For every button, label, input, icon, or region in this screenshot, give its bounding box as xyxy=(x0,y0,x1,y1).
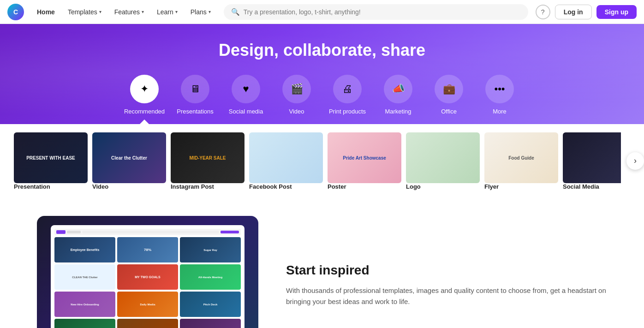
template-card-poster[interactable]: Pride Art Showcase Poster xyxy=(324,124,402,197)
category-item-social-media[interactable]: ♥ Social media xyxy=(221,75,271,124)
laptop-cell: 78% xyxy=(117,237,178,262)
help-button[interactable]: ? xyxy=(536,5,550,19)
inspired-desc: With thousands of professional templates… xyxy=(286,285,607,307)
category-label-presentations: Presentations xyxy=(177,108,214,115)
chevron-down-icon: ▾ xyxy=(209,9,211,14)
category-label-print-products: Print products xyxy=(329,108,366,115)
search-icon: 🔍 xyxy=(231,8,240,16)
category-icon-print-products: 🖨 xyxy=(333,75,362,103)
laptop-cell: CLEAN THE Clutter xyxy=(54,264,115,290)
category-icon-presentations: 🖥 xyxy=(181,75,209,103)
template-card-logo[interactable]: Logo xyxy=(402,124,481,197)
chevron-down-icon: ▾ xyxy=(175,9,178,14)
template-label: Facebook Post xyxy=(245,183,324,197)
category-label-office: Office xyxy=(441,108,457,115)
template-card-video[interactable]: Clear the Clutter Video xyxy=(89,124,167,197)
category-label-social-media: Social media xyxy=(229,108,263,115)
category-icon-social-media: ♥ xyxy=(232,75,260,103)
navbar: C Home Templates ▾ Features ▾ Learn ▾ Pl… xyxy=(0,0,644,24)
inspired-section: Employee Benefits 78% Sugar Ray CLEAN TH… xyxy=(0,197,644,328)
category-icon-marketing: 📣 xyxy=(384,75,412,103)
category-item-presentations[interactable]: 🖥 Presentations xyxy=(170,75,221,124)
template-thumb xyxy=(249,132,323,183)
laptop-cell: New Hire Onboarding xyxy=(54,292,115,317)
laptop-cell: Employee Benefits xyxy=(54,237,115,262)
category-item-print-products[interactable]: 🖨 Print products xyxy=(322,75,373,124)
nav-features[interactable]: Features ▾ xyxy=(109,6,149,18)
inspired-title: Start inspired xyxy=(286,263,607,278)
template-thumb: Pride Art Showcase xyxy=(328,132,401,183)
template-card-instagram-post[interactable]: MID-YEAR SALE Instagram Post xyxy=(167,124,245,197)
chevron-down-icon: ▾ xyxy=(142,9,144,14)
nav-home[interactable]: Home xyxy=(31,6,60,18)
next-button[interactable]: › xyxy=(626,152,644,170)
category-icon-recommended: ✦ xyxy=(130,75,159,103)
category-icon-office: 💼 xyxy=(435,75,463,103)
template-thumb xyxy=(406,132,480,183)
search-input[interactable] xyxy=(244,8,521,16)
canva-logo[interactable]: C xyxy=(7,4,24,20)
laptop-grid: Employee Benefits 78% Sugar Ray CLEAN TH… xyxy=(54,237,241,328)
templates-section: PRESENT WITH EASE Presentation Clear the… xyxy=(0,124,644,197)
nav-learn[interactable]: Learn ▾ xyxy=(151,6,183,18)
category-item-office[interactable]: 💼 Office xyxy=(423,75,474,124)
template-thumb: PRESENT WITH EASE xyxy=(14,132,88,183)
laptop-cell: Daily Media xyxy=(117,292,178,317)
category-label-more: More xyxy=(493,108,507,115)
category-item-more[interactable]: ••• More xyxy=(474,75,525,124)
template-label: Presentation xyxy=(10,183,89,197)
category-row: ✦ Recommended 🖥 Presentations ♥ Social m… xyxy=(0,75,644,124)
template-card-facebook-post[interactable]: Facebook Post xyxy=(245,124,324,197)
template-thumb: Food Guide xyxy=(484,132,558,183)
template-label: Poster xyxy=(324,183,402,197)
nav-links: Home Templates ▾ Features ▾ Learn ▾ Plan… xyxy=(31,6,216,18)
category-item-marketing[interactable]: 📣 Marketing xyxy=(373,75,423,124)
laptop-cell: Running xyxy=(180,319,241,328)
template-label: Video xyxy=(89,183,167,197)
laptop-cell: MY TWO GOALS xyxy=(117,264,178,290)
template-thumb: MID-YEAR SALE xyxy=(171,132,244,183)
template-label: Social Media xyxy=(559,183,621,197)
search-bar: 🔍 xyxy=(224,4,528,20)
template-thumb xyxy=(563,132,621,183)
inspired-text: Start inspired With thousands of profess… xyxy=(286,263,607,307)
category-icon-video: 🎬 xyxy=(282,75,311,103)
template-card-flyer[interactable]: Food Guide Flyer xyxy=(481,124,559,197)
templates-row: PRESENT WITH EASE Presentation Clear the… xyxy=(0,124,621,197)
hero-section: Design, collaborate, share ✦ Recommended… xyxy=(0,24,644,124)
category-icon-more: ••• xyxy=(485,75,514,103)
chevron-down-icon: ▾ xyxy=(99,9,101,14)
template-label: Instagram Post xyxy=(167,183,245,197)
category-item-video[interactable]: 🎬 Video xyxy=(271,75,322,124)
template-thumb: Clear the Clutter xyxy=(92,132,166,183)
laptop-cell: Pitch Deck xyxy=(180,292,241,317)
nav-actions: ? Log in Sign up xyxy=(536,5,637,19)
nav-plans[interactable]: Plans ▾ xyxy=(185,6,216,18)
templates-wrapper: PRESENT WITH EASE Presentation Clear the… xyxy=(0,124,644,197)
logo-text: C xyxy=(13,8,18,16)
login-button[interactable]: Log in xyxy=(555,5,592,19)
laptop-cell: Sugar Ray xyxy=(180,237,241,262)
nav-templates[interactable]: Templates ▾ xyxy=(62,6,107,18)
laptop-cell xyxy=(117,319,178,328)
hero-title: Design, collaborate, share xyxy=(0,41,644,60)
template-label: Flyer xyxy=(481,183,559,197)
template-card-social-media[interactable]: Social Media xyxy=(559,124,621,197)
category-item-recommended[interactable]: ✦ Recommended xyxy=(119,75,170,124)
laptop-cell: VISUAL ARTS xyxy=(54,319,115,328)
laptop-cell: All-Hands Meeting xyxy=(180,264,241,290)
category-label-marketing: Marketing xyxy=(385,108,411,115)
category-label-recommended: Recommended xyxy=(124,108,165,115)
signup-button[interactable]: Sign up xyxy=(596,5,637,19)
template-label: Logo xyxy=(402,183,481,197)
template-card-presentation[interactable]: PRESENT WITH EASE Presentation xyxy=(10,124,89,197)
category-label-video: Video xyxy=(289,108,304,115)
laptop-mockup: Employee Benefits 78% Sugar Ray CLEAN TH… xyxy=(37,216,258,328)
